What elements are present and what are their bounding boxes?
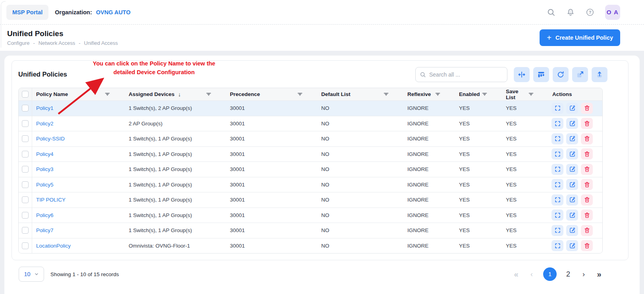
policy-name-link[interactable]: Policy4 xyxy=(36,151,54,157)
row-checkbox[interactable] xyxy=(22,105,29,111)
policy-name-link[interactable]: Policy6 xyxy=(36,212,54,218)
row-select-cell xyxy=(19,116,32,131)
expand-policy-button[interactable] xyxy=(551,133,563,144)
msp-portal-button[interactable]: MSP Portal xyxy=(6,5,48,20)
policy-name-link[interactable]: Policy2 xyxy=(36,121,54,127)
policy-name-link[interactable]: TIP POLICY xyxy=(36,197,66,203)
filter-icon[interactable] xyxy=(104,91,110,97)
policy-name-link[interactable]: LocationPolicy xyxy=(36,243,71,249)
row-checkbox[interactable] xyxy=(22,212,29,219)
notifications-bell-icon[interactable] xyxy=(566,8,575,17)
trash-icon xyxy=(584,166,590,173)
column-header-enabled[interactable]: Enabled xyxy=(455,88,502,100)
select-all-checkbox[interactable] xyxy=(22,91,29,98)
edit-policy-button[interactable] xyxy=(566,164,578,175)
column-header-precedence[interactable]: Precedence xyxy=(226,88,317,100)
filter-icon[interactable] xyxy=(435,91,441,97)
edit-policy-button[interactable] xyxy=(566,225,578,236)
page-size-select[interactable]: 10 xyxy=(19,267,44,282)
expand-policy-button[interactable] xyxy=(551,179,563,190)
column-label: Policy Name xyxy=(36,91,68,97)
delete-policy-button[interactable] xyxy=(581,209,593,221)
expand-policy-button[interactable] xyxy=(551,164,563,175)
column-header-save-list[interactable]: Save List xyxy=(502,88,548,100)
help-icon[interactable]: ? xyxy=(586,8,594,17)
default-list-cell: NO xyxy=(317,116,403,131)
expand-policy-button[interactable] xyxy=(551,225,563,236)
sort-desc-icon[interactable]: ↓ xyxy=(178,91,181,98)
assigned-devices-cell: 1 Switch(s), 1 AP Group(s) xyxy=(125,147,226,162)
policy-name-link[interactable]: Policy-SSID xyxy=(36,136,65,142)
expand-policy-button[interactable] xyxy=(551,103,563,114)
fit-columns-button[interactable] xyxy=(514,67,530,82)
reflexive-cell: IGNORE xyxy=(403,147,455,162)
expand-policy-button[interactable] xyxy=(551,118,563,129)
upload-button[interactable] xyxy=(592,67,607,82)
edit-policy-button[interactable] xyxy=(566,103,578,114)
next-page-button[interactable]: › xyxy=(580,271,588,278)
delete-policy-button[interactable] xyxy=(581,133,593,144)
expand-policy-button[interactable] xyxy=(551,240,563,251)
column-header-assigned-devices[interactable]: Assigned Devices↓ xyxy=(125,88,226,100)
edit-policy-button[interactable] xyxy=(566,133,578,144)
delete-policy-button[interactable] xyxy=(581,225,593,236)
first-page-button[interactable]: « xyxy=(512,270,520,278)
delete-policy-button[interactable] xyxy=(581,240,593,251)
policy-name-link[interactable]: Policy1 xyxy=(36,105,54,111)
breadcrumb-item-configure[interactable]: Configure xyxy=(7,40,29,46)
edit-policy-button[interactable] xyxy=(566,240,578,251)
avatar[interactable]: O A xyxy=(605,5,620,20)
breadcrumb-item-network-access[interactable]: Network Access xyxy=(39,40,75,46)
expand-icon xyxy=(554,166,561,173)
row-select-cell xyxy=(19,223,32,238)
filter-icon[interactable] xyxy=(383,91,389,97)
expand-policy-button[interactable] xyxy=(551,209,563,221)
delete-policy-button[interactable] xyxy=(581,148,593,159)
row-checkbox[interactable] xyxy=(22,242,29,249)
column-header-reflexive[interactable]: Reflexive xyxy=(403,88,455,100)
page-button-1[interactable]: 1 xyxy=(543,267,557,281)
policy-name-link[interactable]: Policy5 xyxy=(36,182,54,188)
edit-policy-button[interactable] xyxy=(566,148,578,159)
previous-page-button[interactable]: ‹ xyxy=(528,271,536,278)
row-checkbox[interactable] xyxy=(22,227,29,234)
row-checkbox[interactable] xyxy=(22,135,29,142)
expand-policy-button[interactable] xyxy=(551,148,563,159)
expand-policy-button[interactable] xyxy=(551,194,563,206)
row-checkbox[interactable] xyxy=(22,181,29,188)
row-select-cell xyxy=(19,131,32,146)
delete-policy-button[interactable] xyxy=(581,164,593,175)
delete-policy-button[interactable] xyxy=(581,103,593,114)
page-button-2[interactable]: 2 xyxy=(564,271,572,278)
policy-name-link[interactable]: Policy7 xyxy=(36,227,54,233)
row-checkbox[interactable] xyxy=(22,166,29,173)
policy-name-link[interactable]: Policy3 xyxy=(36,166,54,172)
filter-icon[interactable] xyxy=(528,91,534,97)
delete-policy-button[interactable] xyxy=(581,118,593,129)
row-checkbox[interactable] xyxy=(22,120,29,127)
column-header-actions[interactable]: Actions xyxy=(548,88,602,100)
edit-policy-button[interactable] xyxy=(566,194,578,206)
last-page-button[interactable]: » xyxy=(595,270,603,278)
row-checkbox[interactable] xyxy=(22,196,29,203)
edit-policy-button[interactable] xyxy=(566,118,578,129)
organization-link[interactable]: OVNG AUTO xyxy=(96,9,131,15)
table-columns-button[interactable] xyxy=(533,67,549,82)
precedence-cell: 30001 xyxy=(226,162,317,177)
delete-policy-button[interactable] xyxy=(581,179,593,190)
edit-policy-button[interactable] xyxy=(566,209,578,221)
row-checkbox[interactable] xyxy=(22,151,29,158)
filter-icon[interactable] xyxy=(482,91,488,97)
edit-policy-button[interactable] xyxy=(566,179,578,190)
breadcrumb-item-unified-access[interactable]: Unified Access xyxy=(84,40,118,46)
delete-policy-button[interactable] xyxy=(581,194,593,206)
search-icon[interactable] xyxy=(547,8,555,17)
filter-icon[interactable] xyxy=(206,91,212,97)
refresh-button[interactable] xyxy=(553,67,569,82)
column-header-default-list[interactable]: Default List xyxy=(317,88,403,100)
column-header-policy-name[interactable]: Policy Name xyxy=(32,88,125,100)
table-search-input[interactable] xyxy=(429,71,503,78)
create-unified-policy-button[interactable]: + Create Unified Policy xyxy=(540,29,620,46)
filter-icon[interactable] xyxy=(297,91,303,97)
open-in-new-button[interactable] xyxy=(572,67,588,82)
